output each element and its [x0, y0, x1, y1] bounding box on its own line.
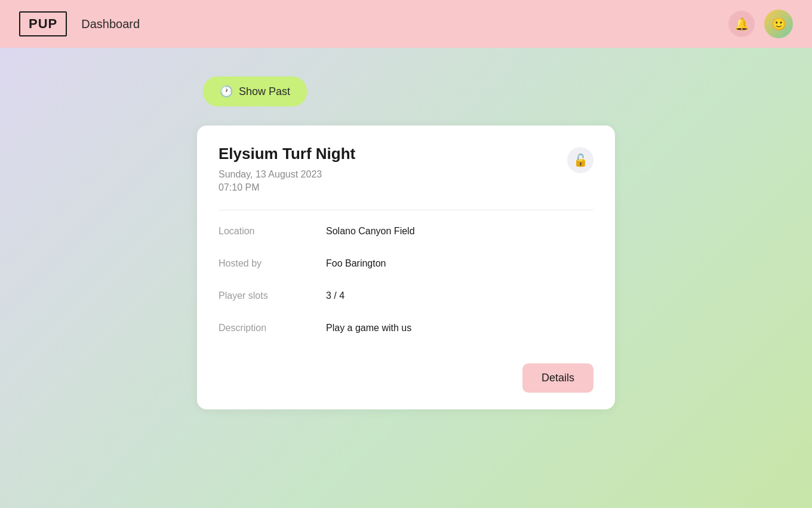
location-label: Location [219, 226, 326, 237]
notification-bell-button[interactable]: 🔔 [728, 11, 755, 37]
hosted-by-label: Hosted by [219, 258, 326, 269]
unlock-button[interactable]: 🔓 [567, 147, 593, 173]
card-body: Location Solano Canyon Field Hosted by F… [197, 210, 615, 359]
clock-icon: 🕐 [220, 85, 233, 98]
location-row: Location Solano Canyon Field [219, 215, 593, 247]
description-row: Description Play a game with us [219, 312, 593, 344]
event-time: 07:10 PM [219, 182, 355, 193]
main-content: 🕐 Show Past Elysium Turf Night Sunday, 1… [0, 48, 812, 508]
hosted-by-value: Foo Barington [326, 258, 386, 269]
logo: PUP [19, 11, 67, 36]
description-label: Description [219, 323, 326, 333]
unlock-icon: 🔓 [573, 153, 588, 167]
show-past-button[interactable]: 🕐 Show Past [203, 76, 307, 106]
description-value: Play a game with us [326, 323, 411, 333]
hosted-by-row: Hosted by Foo Barington [219, 247, 593, 280]
bell-icon: 🔔 [734, 17, 749, 31]
header-right: 🔔 🙂 [728, 10, 793, 38]
card-header: Elysium Turf Night Sunday, 13 August 202… [197, 126, 615, 210]
player-slots-label: Player slots [219, 290, 326, 301]
header-left: PUP Dashboard [19, 11, 140, 36]
card-footer: Details [197, 359, 615, 409]
header: PUP Dashboard 🔔 🙂 [0, 0, 812, 48]
location-value: Solano Canyon Field [326, 226, 415, 237]
event-date: Sunday, 13 August 2023 [219, 169, 355, 180]
player-slots-value: 3 / 4 [326, 290, 345, 301]
event-info: Elysium Turf Night Sunday, 13 August 202… [219, 145, 355, 193]
player-slots-row: Player slots 3 / 4 [219, 280, 593, 312]
header-title: Dashboard [81, 17, 140, 31]
avatar[interactable]: 🙂 [764, 10, 793, 38]
avatar-emoji: 🙂 [771, 17, 786, 31]
details-button[interactable]: Details [522, 363, 593, 393]
event-title: Elysium Turf Night [219, 145, 355, 163]
event-card: Elysium Turf Night Sunday, 13 August 202… [197, 126, 615, 409]
show-past-label: Show Past [239, 85, 290, 98]
